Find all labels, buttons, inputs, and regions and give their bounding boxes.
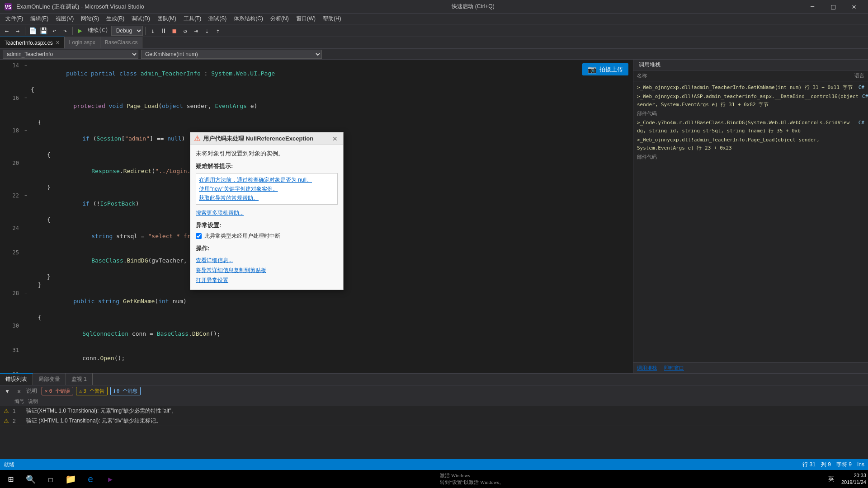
tab-baseclass-label: BaseClass.cs — [105, 39, 138, 46]
call-stack-item[interactable]: 部件代码 — [635, 153, 866, 162]
dialog-action-1[interactable]: 查看详细信息... — [196, 255, 338, 265]
dialog-search-link[interactable]: 搜索更多联机帮助... — [196, 209, 338, 217]
toolbar-redo[interactable]: ↷ — [60, 26, 70, 36]
nav-class-dropdown[interactable]: admin_TeacherInfo — [3, 50, 138, 59]
toolbar-back[interactable]: ← — [2, 26, 12, 36]
toolbar-new[interactable]: 📄 — [28, 26, 38, 36]
menu-team[interactable]: 团队(M) — [154, 14, 180, 24]
code-line: { — [0, 118, 633, 127]
call-stack-header: 名称 语言 — [633, 70, 868, 81]
tab-baseclass[interactable]: BaseClass.cs — [100, 37, 143, 48]
msg-icon: ℹ — [113, 388, 115, 394]
menu-website[interactable]: 网站(S) — [77, 14, 103, 24]
menu-analyze[interactable]: 分析(N) — [267, 14, 292, 24]
vs-icon: ▶ — [108, 475, 113, 483]
vs-taskbar[interactable]: ▶ — [101, 470, 119, 488]
nav-method-dropdown[interactable]: GetKmName(int num) — [141, 50, 322, 59]
error-count-badge[interactable]: ✕ 0 个错误 — [42, 387, 73, 395]
menu-window[interactable]: 窗口(W) — [292, 14, 319, 24]
search-icon: 🔍 — [26, 474, 36, 484]
tab-teacherinfo-label: TeacherInfo.aspx.cs — [5, 40, 53, 46]
tab-locals[interactable]: 局部变量 — [33, 373, 66, 385]
dialog-hint-3[interactable]: 获取此异常的常规帮助。 — [199, 193, 335, 202]
menu-file[interactable]: 文件(F) — [2, 14, 27, 24]
minimize-button[interactable]: − — [802, 0, 823, 14]
toolbar-debug-mode[interactable]: Debug — [111, 26, 143, 36]
tray-ime[interactable]: 英 — [828, 475, 834, 483]
call-stack-item[interactable]: >_Web_ojnnycxp.dll!admin_TeacherInfo.Get… — [635, 83, 866, 92]
toolbar-continue-label[interactable]: 继续(C) — [86, 27, 110, 34]
toolbar-pause[interactable]: ⏸ — [159, 26, 169, 36]
msg-count-badge[interactable]: ℹ 0 个消息 — [110, 387, 141, 395]
toolbar-continue[interactable]: ▶ — [75, 26, 85, 36]
taskbar: ⊞ 🔍 ☐ 📁 e ▶ 激活 Windows 转到"设置"以激活 Windows… — [0, 470, 868, 488]
error-row-1[interactable]: ⚠ 1 验证(XHTML 1.0 Transitional): 元素"img"缺… — [0, 406, 868, 416]
call-stack-item-lang: C# — [862, 93, 868, 109]
call-stack-item[interactable]: >_Web_ojnnycxp.dll!ASP.admin_teacherinfo… — [635, 92, 866, 109]
menu-test[interactable]: 测试(S) — [205, 14, 230, 24]
edge-taskbar[interactable]: e — [81, 470, 99, 488]
exception-dialog: ⚠ 用户代码未处理 NullReferenceException ✕ 未将对象引… — [190, 132, 344, 290]
line-expand[interactable]: − — [23, 61, 29, 70]
tab-teacherinfo-close[interactable]: ✕ — [56, 40, 60, 46]
line-number: 30 — [0, 322, 23, 330]
close-button[interactable]: ✕ — [844, 0, 864, 14]
tab-teacherinfo[interactable]: TeacherInfo.aspx.cs ✕ — [0, 37, 65, 48]
menu-view[interactable]: 视图(V) — [52, 14, 77, 24]
tab-error-list[interactable]: 错误列表 — [0, 373, 33, 385]
toolbar-step[interactable]: ↓ — [148, 26, 158, 36]
call-stack-item[interactable]: >_Code.y7ho4m-r.dll!BaseClass.BindDG(Sys… — [635, 118, 866, 136]
toolbar-save-all[interactable]: 💾 — [38, 26, 48, 36]
toolbar-forward[interactable]: → — [13, 26, 23, 36]
call-stack-lang-col: 语言 — [854, 72, 864, 79]
dialog-checkbox[interactable] — [196, 233, 202, 239]
menu-debug[interactable]: 调试(D) — [128, 14, 154, 24]
toolbar-stop[interactable]: ■ — [170, 26, 179, 36]
error-row-2[interactable]: ⚠ 2 验证 (XHTML 1.0 Transitional): 元素"div"… — [0, 416, 868, 426]
filter-icon[interactable]: ▼ — [3, 387, 12, 396]
tab-login[interactable]: Login.aspx — [65, 37, 100, 48]
dialog-close-button[interactable]: ✕ — [330, 134, 340, 143]
maximize-button[interactable]: □ — [823, 0, 844, 14]
line-code: { — [29, 86, 633, 94]
toolbar-step-out[interactable]: ⇡ — [213, 26, 223, 36]
menu-tools[interactable]: 工具(T) — [180, 14, 205, 24]
tab-login-label: Login.aspx — [69, 39, 95, 46]
dialog-action-3[interactable]: 打开异常设置 — [196, 275, 338, 285]
close-panel-btn[interactable]: ✕ — [14, 387, 24, 396]
line-expand[interactable]: − — [23, 127, 29, 135]
line-expand[interactable]: − — [23, 289, 29, 297]
menu-arch[interactable]: 体系结构(C) — [230, 14, 267, 24]
upload-button[interactable]: 📷 拍摄上传 — [582, 63, 628, 75]
menu-help[interactable]: 帮助(H) — [319, 14, 345, 24]
dialog-action-2[interactable]: 将异常详细信息复制到剪贴板 — [196, 265, 338, 275]
taskbar-right: 英 20:33 2019/11/24 — [825, 472, 866, 486]
call-stack-item-name: 部件代码 — [637, 110, 657, 118]
start-button[interactable]: ⊞ — [2, 470, 20, 488]
line-expand[interactable]: − — [23, 94, 29, 102]
search-shortcut[interactable]: 快速启动 (Ctrl+Q) — [452, 3, 494, 10]
toolbar-restart[interactable]: ↺ — [180, 26, 190, 36]
tab-watch[interactable]: 监视 1 — [66, 373, 93, 385]
menu-build[interactable]: 生成(B) — [103, 14, 128, 24]
toolbar-undo[interactable]: ↶ — [49, 26, 59, 36]
task-view[interactable]: ☐ — [42, 470, 60, 488]
search-taskbar[interactable]: 🔍 — [22, 470, 40, 488]
dialog-hint-1[interactable]: 在调用方法前，通过检查确定对象是否为 null。 — [199, 175, 335, 184]
file-explorer-taskbar[interactable]: 📁 — [61, 470, 80, 488]
line-number: 25 — [0, 249, 23, 257]
line-expand[interactable]: − — [23, 192, 29, 200]
clock[interactable]: 20:33 2019/11/24 — [841, 472, 866, 486]
call-stack-link[interactable]: 调用堆栈 — [637, 365, 657, 371]
activate-sub: 转到"设置"以激活 Windows。 — [440, 479, 504, 486]
menu-edit[interactable]: 编辑(E) — [27, 14, 52, 24]
call-stack-item[interactable]: >_Web_ojnnycxp.dll!admin_TeacherInfo.Pag… — [635, 136, 866, 153]
call-stack-tab[interactable]: 调用堆栈 — [635, 60, 664, 70]
dialog-hint-2[interactable]: 使用"new"关键字创建对象实例。 — [199, 184, 335, 193]
immediate-link[interactable]: 即时窗口 — [664, 365, 684, 371]
warning-count-badge[interactable]: ⚠ 3 个警告 — [76, 387, 108, 395]
toolbar-step-in[interactable]: ⇣ — [202, 26, 212, 36]
call-stack-item[interactable]: 部件代码 — [635, 109, 866, 118]
toolbar-step-over[interactable]: ⇥ — [191, 26, 201, 36]
line-number: 24 — [0, 224, 23, 232]
